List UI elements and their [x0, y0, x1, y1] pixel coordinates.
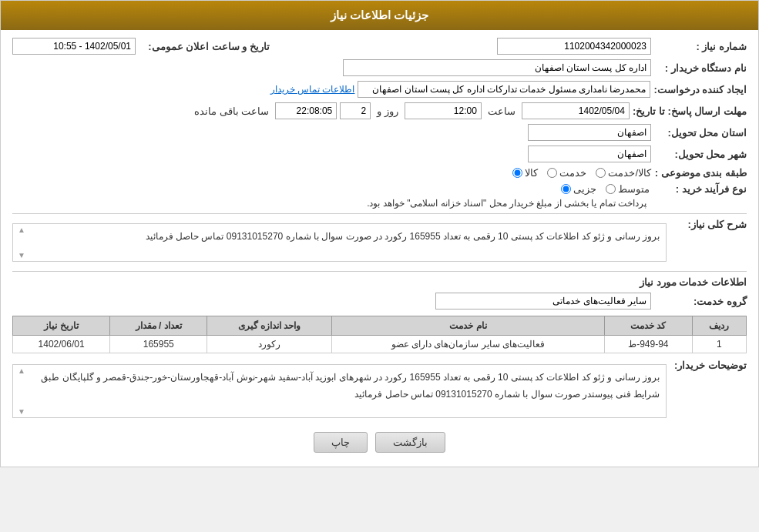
general-desc-box: ▲ بروز رسانی و ژئو کد اطلاعات کد پستی 10… — [12, 223, 667, 262]
general-desc-label: شرح کلی نیاز: — [670, 219, 747, 230]
category-label: طبقه بندی موضوعی : — [654, 167, 747, 179]
delivery-city-label: شهر محل تحویل: — [654, 149, 747, 160]
page-header: جزئیات اطلاعات نیاز — [1, 1, 758, 30]
category-goods-radio[interactable] — [512, 168, 522, 178]
general-desc-text: بروز رسانی و ژئو کد اطلاعات کد پستی 10 ر… — [19, 229, 660, 246]
buyer-notes-box: ▲ بروز رسانی و ژئو کد اطلاعات کد پستی 10… — [12, 364, 667, 418]
col-service-name: نام خدمت — [331, 316, 604, 336]
cell-service-code: 949-94-ط — [605, 336, 693, 353]
reply-deadline-label: مهلت ارسال پاسخ: تا تاریخ: — [633, 105, 747, 117]
announce-label: تاریخ و ساعت اعلان عمومی: — [139, 41, 270, 52]
category-goods-service-label: کالا/خدمت — [608, 167, 651, 179]
cell-service-name: فعالیت‌های سایر سازمان‌های دارای عضو — [331, 336, 604, 353]
services-table: ردیف کد خدمت نام خدمت واحد اندازه گیری ت… — [12, 316, 747, 353]
cell-quantity: 165955 — [110, 336, 207, 353]
buttons-row: بازگشت چاپ — [12, 432, 747, 453]
back-button[interactable]: بازگشت — [375, 432, 445, 453]
buyer-org-input[interactable] — [343, 59, 651, 76]
remaining-label: ساعت باقی مانده — [194, 105, 269, 117]
process-partial-label: جزیی — [573, 183, 596, 195]
col-need-date: تاریخ نیاز — [13, 316, 110, 336]
delivery-province-label: استان محل تحویل: — [654, 127, 747, 139]
col-service-code: کد خدمت — [605, 316, 693, 336]
category-service-radio[interactable] — [547, 168, 557, 178]
header-title: جزئیات اطلاعات نیاز — [331, 8, 428, 22]
notes-scroll-up-icon: ▲ — [18, 366, 25, 375]
buyer-notes-text: بروز رسانی و ژئو کد اطلاعات کد پستی 10 ر… — [19, 370, 660, 403]
process-type-label: نوع فرآیند خرید : — [654, 183, 747, 195]
day-label: روز و — [377, 105, 398, 117]
separator-1 — [12, 213, 747, 214]
need-number-label: شماره نیاز : — [654, 41, 747, 52]
creator-input[interactable] — [358, 81, 650, 98]
col-quantity: تعداد / مقدار — [110, 316, 207, 336]
announce-date-input[interactable] — [12, 38, 136, 55]
delivery-city-input[interactable] — [528, 146, 651, 162]
contact-link[interactable]: اطلاعات تماس خریدار — [270, 84, 355, 95]
col-unit: واحد اندازه گیری — [207, 316, 332, 336]
deadline-date-input[interactable] — [522, 102, 630, 119]
notes-scroll-down-icon: ▼ — [18, 407, 25, 416]
delivery-province-input[interactable] — [528, 124, 651, 141]
scroll-up-icon: ▲ — [18, 226, 25, 234]
services-table-section: ردیف کد خدمت نام خدمت واحد اندازه گیری ت… — [12, 316, 747, 353]
category-service-label: خدمت — [559, 167, 586, 179]
buyer-org-label: نام دستگاه خریدار : — [654, 62, 747, 74]
process-medium-radio[interactable] — [606, 184, 616, 194]
category-radio-group: کالا/خدمت خدمت کالا — [512, 167, 651, 179]
col-row-num: ردیف — [692, 316, 746, 336]
process-type-radio-group: متوسط جزیی — [561, 183, 650, 195]
remaining-input[interactable] — [275, 102, 337, 119]
process-partial-radio[interactable] — [561, 184, 571, 194]
days-input[interactable] — [340, 102, 371, 119]
cell-need-date: 1402/06/01 — [13, 336, 110, 353]
table-row: 1 949-94-ط فعالیت‌های سایر سازمان‌های دا… — [13, 336, 747, 353]
cell-row-num: 1 — [692, 336, 746, 353]
process-note: پرداخت تمام یا بخشی از مبلغ خریدار محل "… — [367, 198, 747, 209]
time-label: ساعت — [488, 105, 516, 117]
print-button[interactable]: چاپ — [314, 432, 368, 453]
service-group-label: گروه خدمت: — [654, 296, 747, 307]
service-info-title: اطلاعات خدمات مورد نیاز — [12, 276, 747, 288]
creator-label: ایجاد کننده درخواست: — [653, 84, 747, 95]
buyer-notes-label: توضیحات خریدار: — [670, 360, 747, 371]
category-goods-service-radio[interactable] — [596, 168, 606, 178]
need-number-input[interactable] — [497, 38, 651, 55]
scroll-down-icon: ▼ — [18, 251, 25, 259]
deadline-time-input[interactable] — [405, 102, 482, 119]
cell-unit: رکورد — [207, 336, 332, 353]
service-group-input[interactable] — [435, 293, 651, 309]
separator-2 — [12, 271, 747, 272]
category-goods-label: کالا — [525, 167, 538, 179]
process-medium-label: متوسط — [618, 183, 650, 195]
